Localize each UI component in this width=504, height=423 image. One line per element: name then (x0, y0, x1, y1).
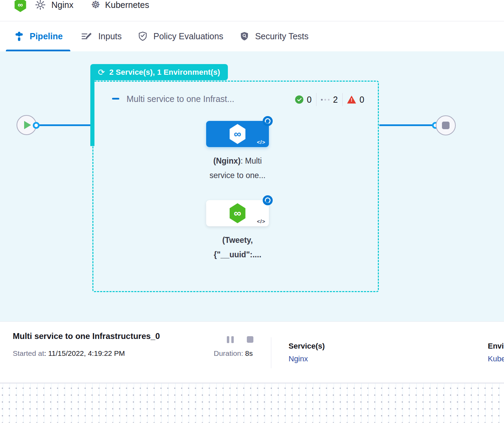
failed-count: ! 0 (343, 95, 369, 105)
pipeline-icon (15, 32, 23, 41)
stage-group-title[interactable]: Multi service to one Infrast... (127, 94, 234, 104)
stage-label-tweety-bold: (Tweety, (222, 236, 253, 245)
gear-icon (35, 0, 46, 10)
running-spinner-badge (263, 116, 273, 126)
environments-column: Environment(s) Kubernetes (488, 342, 504, 363)
tab-bar: Pipeline Inputs Policy Evaluations Secur… (0, 21, 504, 51)
connector-dot-left (33, 122, 40, 129)
success-count-value: 0 (307, 95, 312, 105)
tab-policy-evaluations-label: Policy Evaluations (153, 31, 223, 41)
harness-stage-icon: ∞ (229, 124, 246, 144)
services-label: Service(s) (289, 342, 325, 351)
tab-pipeline[interactable]: Pipeline (13, 21, 65, 51)
warning-triangle-icon: ! (347, 96, 356, 104)
stage-node-nginx[interactable]: ∞ </> (206, 121, 269, 147)
stop-icon (442, 122, 450, 129)
started-at: Started at: 11/15/2022, 4:19:22 PM (13, 349, 125, 358)
sync-glyph: ⟳ (98, 68, 105, 77)
running-spinner-badge (263, 195, 273, 205)
footer-divider (271, 337, 271, 368)
tab-security-tests-label: Security Tests (255, 31, 309, 41)
duration-value: 8s (245, 349, 253, 357)
pause-icon (227, 336, 229, 343)
tab-pipeline-label: Pipeline (30, 31, 63, 41)
started-at-value: : 11/15/2022, 4:19:22 PM (44, 349, 125, 357)
status-counts: 0 2 ! 0 (291, 93, 369, 106)
pipeline-canvas[interactable]: ⟳ 2 Service(s), 1 Environment(s) Multi s… (0, 51, 504, 321)
tab-security-tests[interactable]: Security Tests (240, 21, 309, 51)
harness-logo-glyph: ∞ (234, 207, 241, 219)
tab-inputs-label: Inputs (98, 31, 122, 41)
environments-link[interactable]: Kubernetes (488, 354, 504, 363)
breadcrumb-environment-name[interactable]: Kubernetes (105, 0, 149, 10)
harness-logo-glyph: ∞ (18, 1, 23, 9)
environments-label: Environment(s) (488, 342, 504, 351)
execution-footer: Multi service to one Infrastructures_0 S… (0, 321, 504, 383)
duration: Duration: 8s (214, 349, 253, 358)
shield-scan-icon (240, 32, 249, 41)
kubernetes-glyph: ☸ (91, 0, 100, 11)
breadcrumb-service-name[interactable]: Nginx (51, 0, 73, 10)
stage-node-tweety[interactable]: ∞ </> (206, 200, 269, 226)
running-count: 2 (316, 95, 342, 105)
pause-icon (231, 336, 234, 343)
inputs-icon (81, 32, 92, 41)
tab-inputs[interactable]: Inputs (81, 21, 122, 51)
stage-label-nginx[interactable]: (Nginx): Multi service to one... (188, 154, 288, 183)
stage-label-nginx-bold: (Nginx) (213, 156, 241, 165)
shield-check-icon (138, 32, 147, 41)
code-chip-icon: </> (257, 139, 265, 145)
check-circle-icon (295, 95, 303, 104)
services-link[interactable]: Nginx (289, 354, 325, 363)
code-chip-icon: </> (257, 218, 265, 224)
console-grid-area[interactable] (0, 383, 504, 423)
connector-line-right (379, 124, 433, 126)
pipeline-execution-page: ∞ Nginx ☸ Kubernetes Pipeline Inputs (0, 0, 504, 423)
harness-logo-glyph: ∞ (234, 128, 241, 140)
running-dots-icon (321, 99, 330, 101)
sync-loop-icon: ⟳ (98, 68, 105, 76)
tab-policy-evaluations[interactable]: Policy Evaluations (138, 21, 223, 51)
abort-button[interactable] (247, 336, 253, 343)
collapse-minus-icon[interactable] (112, 98, 119, 100)
stage-group-badge[interactable]: ⟳ 2 Service(s), 1 Environment(s) (90, 64, 228, 80)
stage-label-nginx-line2: service to one... (210, 171, 265, 180)
connector-line-left (37, 124, 92, 126)
services-column: Service(s) Nginx (289, 342, 325, 363)
kubernetes-icon: ☸ (91, 0, 100, 10)
success-count: 0 (291, 95, 316, 105)
stage-label-tweety[interactable]: (Tweety, {"__uuid":.... (188, 233, 288, 262)
harness-logo-icon[interactable]: ∞ (14, 0, 27, 12)
failed-count-value: 0 (360, 95, 364, 105)
play-icon (24, 121, 31, 129)
stage-label-nginx-rest: : Multi (241, 156, 262, 165)
harness-stage-icon: ∞ (229, 203, 246, 223)
started-at-label: Started at (13, 349, 44, 357)
breadcrumb: ∞ Nginx ☸ Kubernetes (0, 0, 504, 21)
duration-label: Duration: (214, 349, 245, 357)
pause-button[interactable] (227, 336, 234, 343)
end-node[interactable] (436, 115, 456, 135)
stage-label-tweety-line2: {"__uuid":.... (214, 250, 261, 259)
stage-group-badge-label: 2 Service(s), 1 Environment(s) (109, 68, 220, 77)
execution-title: Multi service to one Infrastructures_0 (13, 331, 160, 341)
running-count-value: 2 (333, 95, 338, 105)
